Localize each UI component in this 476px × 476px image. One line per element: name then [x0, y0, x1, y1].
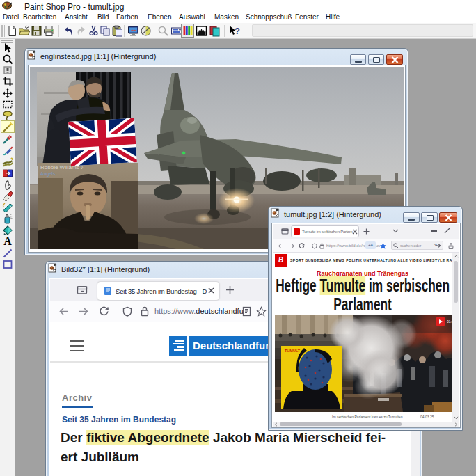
- svg-text:TUMULT: TUMULT: [285, 349, 301, 353]
- svg-text:?: ?: [235, 26, 240, 36]
- svg-text:01:40: 01:40: [447, 319, 452, 324]
- svg-text:Angels: Angels: [40, 171, 56, 177]
